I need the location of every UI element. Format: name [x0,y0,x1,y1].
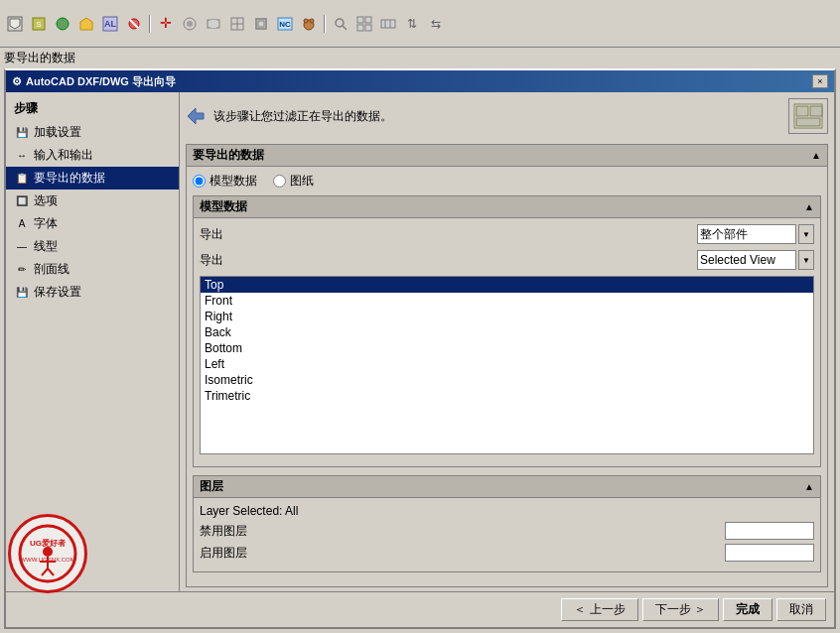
toolbar-btn-6[interactable] [123,13,145,35]
list-item-bottom[interactable]: Bottom [201,340,813,356]
toolbar-btn-cross[interactable]: ✛ [155,13,177,35]
separator-1 [149,15,151,33]
step-icon-save: 💾 [14,285,30,301]
step-icon-io: ↔ [14,148,30,164]
toolbar-btn-arr2[interactable]: ⇆ [425,13,447,35]
dialog-title-text: ⚙ AutoCAD DXF/DWG 导出向导 [12,74,176,89]
model-data-collapse[interactable]: ▲ [804,201,814,212]
list-item-right[interactable]: Right [201,309,813,324]
step-item-load[interactable]: 💾 加载设置 [6,121,179,144]
toolbar-btn-arr[interactable]: ⇅ [401,13,423,35]
step-icon-options: 🔲 [14,193,30,209]
export-dropdown-1-container: 整个部件 ▼ [697,224,814,244]
step-icon-hatch: ✏ [14,262,30,278]
export-dropdown-2-arrow[interactable]: ▼ [798,250,814,270]
step-item-io[interactable]: ↔ 输入和输出 [6,144,179,167]
step-item-hatch[interactable]: ✏ 剖面线 [6,258,179,281]
svg-point-12 [187,21,193,27]
layer-disable-label: 禁用图层 [200,523,269,540]
radio-model-input[interactable] [193,175,206,188]
svg-rect-31 [381,20,395,28]
export-row-2: 导出 Selected View ▼ [200,250,814,270]
svg-rect-39 [810,106,822,116]
export-dropdown-1[interactable]: 整个部件 [697,224,796,244]
toolbar-btn-mag[interactable] [330,13,351,35]
finish-button[interactable]: 完成 [723,598,772,621]
step-item-options[interactable]: 🔲 选项 [6,190,179,212]
toolbar-btn-5[interactable]: AL [99,13,121,35]
export-data-collapse[interactable]: ▲ [811,150,821,161]
dialog-icon: ⚙ [12,75,22,88]
toolbar-btn-4[interactable] [75,13,97,35]
export-data-content: 模型数据 图纸 模型数据 ▲ [187,167,827,586]
info-arrow-icon [186,106,206,126]
list-item-front[interactable]: Front [201,293,813,309]
dialog-content: 步骤 💾 加载设置 ↔ 输入和输出 📋 要导出的数据 🔲 选项 A 字体 [6,92,834,591]
toolbar-btn-grid[interactable] [353,13,375,35]
toolbar-btn-grid2[interactable] [377,13,399,35]
toolbar-btn-3[interactable] [52,13,73,35]
step-label-linetype: 线型 [34,238,58,255]
toolbar-btn-9[interactable] [226,13,248,35]
steps-title: 步骤 [6,96,179,121]
svg-text:NC: NC [279,20,291,29]
dialog-close-btn[interactable]: × [812,74,828,88]
toolbar-btn-7[interactable] [179,13,201,35]
svg-point-23 [304,19,308,23]
svg-text:UG爱好者: UG爱好者 [30,538,66,548]
toolbar-btn-2[interactable]: S [28,13,50,35]
svg-rect-19 [258,21,264,27]
layer-collapse[interactable]: ▲ [804,481,814,492]
export-data-title: 要导出的数据 ▲ [187,145,827,167]
export-dropdown-2[interactable]: Selected View [697,250,796,270]
toolbar-btn-1[interactable] [4,13,26,35]
step-item-save[interactable]: 💾 保存设置 [6,281,179,304]
separator-2 [324,15,326,33]
svg-text:✛: ✛ [160,16,172,31]
model-data-title: 模型数据 ▲ [194,196,820,218]
svg-point-44 [43,547,53,557]
step-label-options: 选项 [34,192,58,209]
svg-point-24 [310,19,314,23]
svg-line-47 [42,569,48,575]
dialog-title-bar: ⚙ AutoCAD DXF/DWG 导出向导 × [6,70,834,92]
toolbar: S AL ✛ NC ⇅ ⇆ [0,0,840,48]
radio-row: 模型数据 图纸 [193,173,821,190]
step-label-hatch: 剖面线 [34,261,70,278]
toolbar-btn-square[interactable] [250,13,272,35]
svg-marker-5 [80,18,92,30]
cancel-button[interactable]: 取消 [776,598,826,621]
layer-disable-row: 禁用图层 [200,522,814,540]
radio-drawing-input[interactable] [273,175,286,188]
list-item-isometric[interactable]: Isometric [201,372,813,388]
dialog-title-controls: × [812,74,828,88]
layer-disable-input[interactable] [725,522,814,540]
svg-text:AL: AL [104,19,116,29]
layer-title: 图层 ▲ [194,476,820,498]
toolbar-btn-bear[interactable] [298,13,320,35]
layer-group: 图层 ▲ Layer Selected: All 禁用图层 启用图层 [193,475,821,572]
step-item-font[interactable]: A 字体 [6,212,179,235]
list-item-trimetric[interactable]: Trimetric [201,388,813,404]
radio-drawing[interactable]: 图纸 [273,173,314,190]
view-list-box[interactable]: Top Front Right Back Bottom Left Isometr… [200,276,814,454]
toolbar-btn-8[interactable] [203,13,224,35]
back-button[interactable]: ＜ 上一步 [561,598,637,621]
radio-model[interactable]: 模型数据 [193,173,257,190]
layer-enable-input[interactable] [725,544,814,562]
export-dropdown-1-arrow[interactable]: ▼ [798,224,814,244]
step-item-data[interactable]: 📋 要导出的数据 [6,167,179,190]
model-data-content: 导出 整个部件 ▼ 导出 Selected View [194,218,820,466]
svg-line-48 [48,569,54,575]
svg-point-4 [57,18,69,30]
next-button[interactable]: 下一步 ＞ [642,598,719,621]
svg-rect-40 [796,118,820,126]
toolbar-btn-nc[interactable]: NC [274,13,296,35]
list-item-top[interactable]: Top [201,277,813,293]
step-label-save: 保存设置 [34,284,81,301]
list-item-back[interactable]: Back [201,324,813,340]
layer-content: Layer Selected: All 禁用图层 启用图层 [194,498,820,571]
svg-text:S: S [36,20,41,29]
step-item-linetype[interactable]: — 线型 [6,235,179,258]
list-item-left[interactable]: Left [201,356,813,372]
